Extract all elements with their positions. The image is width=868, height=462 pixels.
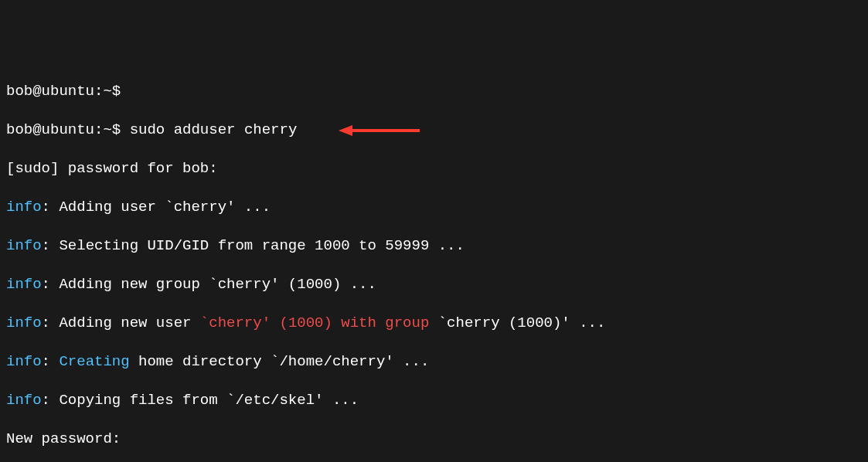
info-text: Adding new user (59, 314, 199, 331)
info-text: Adding new group `cherry' (1000) ... (59, 276, 376, 293)
prompt-user-host: bob@ubuntu (6, 121, 94, 138)
terminal-line: New password: (6, 430, 862, 449)
info-text: `cherry (1000)' ... (429, 314, 605, 331)
info-prefix: info (6, 392, 42, 409)
info-text: Adding user `cherry' ... (59, 199, 271, 216)
info-text: Selecting UID/GID from range 1000 to 599… (59, 237, 465, 254)
terminal-line: [sudo] password for bob: (6, 159, 862, 178)
info-sep: : (42, 276, 60, 293)
info-sep: : (42, 237, 60, 254)
prompt-end: $ (112, 83, 130, 100)
svg-marker-1 (339, 125, 352, 136)
highlight-text: `cherry' (1000) with group (200, 314, 429, 331)
terminal-line: info: Adding new group `cherry' (1000) .… (6, 275, 862, 294)
terminal-line: info: Adding user `cherry' ... (6, 198, 862, 217)
highlight-text: Creating (59, 353, 129, 370)
info-prefix: info (6, 199, 42, 216)
info-text: home directory `/home/cherry' ... (130, 353, 430, 370)
info-prefix: info (6, 353, 42, 370)
prompt-path: ~ (103, 83, 111, 100)
info-sep: : (42, 314, 60, 331)
terminal-line: info: Creating home directory `/home/che… (6, 352, 862, 372)
prompt-path: ~ (103, 121, 111, 138)
info-sep: : (42, 353, 60, 370)
prompt-sep: : (94, 121, 103, 138)
prompt-end: $ (112, 121, 130, 138)
info-prefix: info (6, 276, 42, 293)
terminal-line: info: Adding new user `cherry' (1000) wi… (6, 314, 862, 333)
terminal-line: bob@ubuntu:~$ sudo adduser cherry (6, 121, 862, 140)
command-text: sudo adduser cherry (130, 121, 298, 138)
prompt-sep: : (94, 83, 103, 100)
info-prefix: info (6, 237, 42, 254)
terminal-line: info: Selecting UID/GID from range 1000 … (6, 236, 862, 256)
info-sep: : (42, 199, 60, 216)
info-text: Copying files from `/etc/skel' ... (59, 392, 359, 409)
info-prefix: info (6, 314, 42, 331)
terminal-line: bob@ubuntu:~$ (6, 82, 862, 101)
prompt-user-host: bob@ubuntu (6, 83, 94, 100)
terminal-line: info: Copying files from `/etc/skel' ... (6, 391, 862, 410)
info-sep: : (42, 392, 60, 409)
arrow-left-icon (339, 122, 420, 139)
